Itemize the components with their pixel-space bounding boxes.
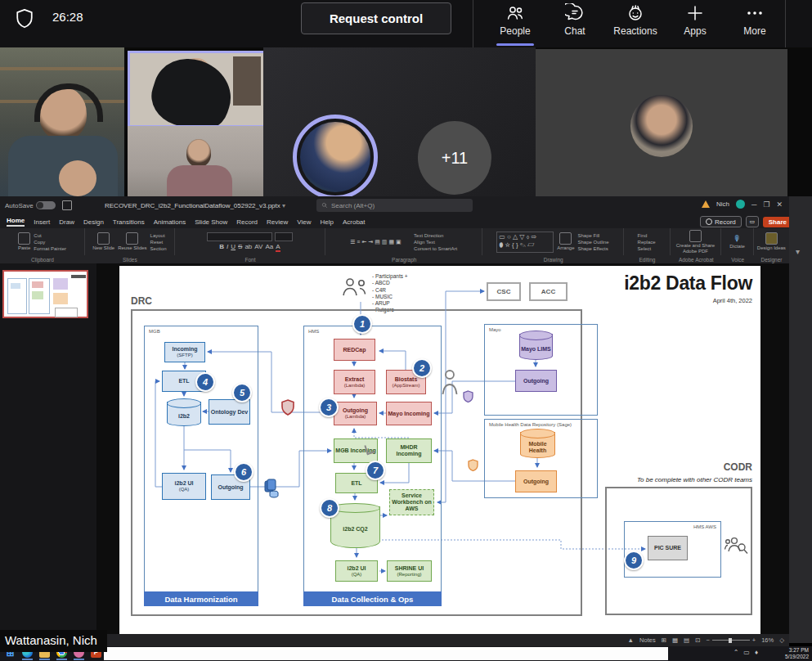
select-button[interactable]: Select: [638, 246, 656, 251]
find-button[interactable]: Find: [638, 233, 656, 238]
underline-button[interactable]: U: [231, 243, 236, 252]
request-control-button[interactable]: Request control: [301, 2, 451, 34]
zoom-knob[interactable]: [729, 638, 732, 643]
avatar-ring[interactable]: [293, 115, 378, 200]
video-tile-participant-1[interactable]: [0, 47, 124, 196]
arrange-button[interactable]: Arrange: [557, 232, 574, 251]
smartart-button[interactable]: Convert to SmartArt: [414, 246, 457, 251]
bullets-button[interactable]: ☰: [350, 239, 355, 245]
notes-button[interactable]: Notes: [639, 636, 656, 644]
ribbon-tab-animations[interactable]: Animations: [154, 218, 186, 226]
layout-button[interactable]: Layout: [150, 233, 167, 238]
toolbar-divider: [785, 0, 786, 47]
italic-button[interactable]: I: [227, 243, 228, 252]
designer-group: Design Ideas: [754, 228, 789, 255]
cut-button[interactable]: Cut: [34, 233, 66, 238]
record-button[interactable]: Record: [700, 216, 742, 227]
mhdr-outgoing-box: Outgoing: [515, 470, 557, 492]
nav-chat[interactable]: Chat: [549, 3, 601, 46]
shadow-button[interactable]: ab: [244, 243, 252, 252]
font-size-select[interactable]: [275, 232, 293, 241]
view-normal-button[interactable]: ⊞: [662, 636, 666, 644]
ribbon-tab-draw[interactable]: Draw: [59, 218, 74, 226]
reuse-slides-button[interactable]: Reuse Slides: [118, 232, 146, 251]
video-tile-participant-right[interactable]: [536, 49, 787, 196]
change-case-button[interactable]: Aa: [265, 243, 273, 252]
nav-apps[interactable]: Apps: [669, 3, 721, 46]
video-tile-participant-3[interactable]: [128, 126, 263, 196]
fit-slide-button[interactable]: ◇: [779, 636, 784, 644]
numbering-button[interactable]: ≡: [357, 239, 360, 245]
share-button[interactable]: Share: [763, 217, 792, 227]
view-sorter-button[interactable]: ▦: [672, 636, 678, 644]
collapse-gallery-arrow[interactable]: ▾: [796, 247, 800, 256]
comments-button[interactable]: ▭: [746, 216, 759, 227]
replace-button[interactable]: Replace: [638, 240, 656, 245]
dictate-button[interactable]: 🎙 Dictate: [729, 234, 745, 250]
ribbon-tab-help[interactable]: Help: [321, 218, 334, 226]
nav-reactions[interactable]: Reactions: [609, 3, 662, 46]
align-text-button[interactable]: Align Text: [414, 240, 457, 245]
search-input[interactable]: Search (Alt+Q): [316, 199, 473, 212]
font-color-button[interactable]: A: [276, 243, 280, 252]
slide-thumbnail[interactable]: [2, 270, 88, 318]
format-painter-button[interactable]: Format Painter: [34, 246, 66, 251]
slide-thumbnail-panel: [0, 263, 96, 634]
create-share-pdf-button[interactable]: Create and Share Adobe PDF: [674, 230, 718, 254]
chevron-down-icon[interactable]: ▾: [282, 202, 285, 209]
outdent-button[interactable]: ⇥: [368, 239, 373, 245]
design-ideas-button[interactable]: Design Ideas: [757, 232, 786, 251]
group-label-designer: Designer: [754, 255, 789, 263]
text-direction-button[interactable]: Text Direction: [414, 233, 457, 238]
ribbon-tab-slideshow[interactable]: Slide Show: [195, 218, 227, 226]
zoom-percentage[interactable]: 16%: [761, 636, 774, 644]
char-spacing-button[interactable]: AV: [254, 243, 262, 252]
section-button[interactable]: Section: [150, 246, 167, 251]
restore-button[interactable]: ❐: [763, 200, 769, 209]
view-slideshow-button[interactable]: ⊡: [695, 636, 700, 644]
shape-effects-button[interactable]: Shape Effects: [578, 246, 609, 251]
overflow-participants-badge[interactable]: +11: [418, 121, 491, 195]
zoom-slider[interactable]: − +: [706, 636, 756, 644]
align-center-button[interactable]: ▥: [382, 239, 388, 245]
indent-button[interactable]: ⇤: [361, 239, 366, 245]
align-right-button[interactable]: ▦: [388, 239, 394, 245]
nav-more[interactable]: More: [729, 3, 781, 46]
tray-display-icon[interactable]: ▭: [743, 649, 750, 656]
ribbon-tab-view[interactable]: View: [297, 218, 311, 226]
bold-button[interactable]: B: [219, 243, 224, 252]
reset-button[interactable]: Reset: [150, 240, 167, 245]
copy-button[interactable]: Copy: [34, 240, 66, 245]
ribbon-tab-transitions[interactable]: Transitions: [113, 218, 145, 226]
video-tile-active-speaker[interactable]: [128, 51, 268, 128]
new-slide-button[interactable]: New Slide: [92, 232, 114, 251]
ribbon-tab-acrobat[interactable]: Acrobat: [343, 218, 366, 226]
autosave-toggle[interactable]: [36, 201, 56, 209]
ribbon-tab-home[interactable]: Home: [7, 217, 25, 227]
zoom-out-button[interactable]: −: [706, 636, 709, 644]
paste-button[interactable]: Paste: [18, 232, 30, 251]
columns-button[interactable]: ▣: [396, 239, 402, 245]
warning-icon[interactable]: [702, 200, 710, 208]
ribbon-tab-review[interactable]: Review: [267, 218, 288, 226]
save-icon[interactable]: [62, 200, 72, 210]
taskbar-clock[interactable]: 3:27 PM 5/19/2022: [761, 647, 809, 660]
ribbon-tab-insert[interactable]: Insert: [34, 218, 50, 226]
ribbon-tab-record[interactable]: Record: [236, 218, 258, 226]
view-reading-button[interactable]: ▤: [684, 636, 689, 644]
font-name-select[interactable]: [207, 232, 272, 241]
tray-network-icon[interactable]: ♦: [755, 649, 758, 656]
tray-chevron-icon[interactable]: ⌃: [733, 649, 739, 656]
ribbon-tab-design[interactable]: Design: [83, 218, 104, 226]
taskbar-search-box[interactable]: [104, 647, 668, 660]
nav-people[interactable]: People: [489, 3, 541, 46]
align-left-button[interactable]: ▤: [375, 239, 380, 245]
minimize-button[interactable]: ─: [751, 200, 756, 209]
shape-gallery[interactable]: ▭ ○ △ ▽ ⬨ ⇨ ⬮ ☆ { } ✎ ▱: [496, 232, 554, 253]
shape-fill-button[interactable]: Shape Fill: [578, 233, 609, 238]
zoom-track[interactable]: [712, 640, 750, 641]
shape-outline-button[interactable]: Shape Outline: [578, 240, 609, 245]
zoom-in-button[interactable]: +: [752, 636, 756, 644]
close-button[interactable]: ✕: [776, 200, 783, 209]
strikethrough-button[interactable]: S: [238, 243, 242, 252]
